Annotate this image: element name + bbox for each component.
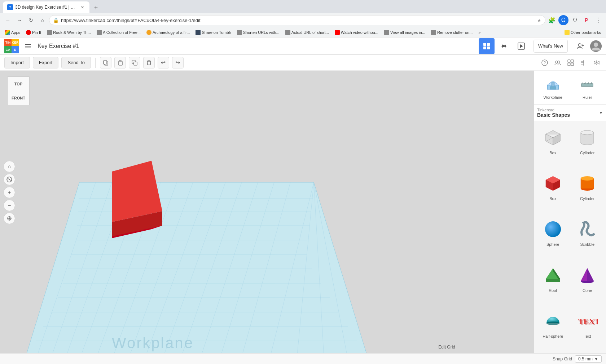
undo-button[interactable]: ↩ (158, 57, 169, 68)
import-button[interactable]: Import (4, 57, 30, 68)
dropdown-arrow-icon[interactable]: ▼ (599, 110, 603, 115)
tab-close-button[interactable]: ✕ (79, 4, 85, 10)
shape-roof[interactable]: Roof (537, 262, 569, 305)
new-tab-button[interactable]: + (91, 3, 101, 13)
tc-logo[interactable]: TIN KER CA D (4, 39, 19, 53)
actual-icon (285, 30, 290, 35)
browser-menu-button[interactable]: ⋮ (593, 15, 603, 25)
refresh-button[interactable]: ↻ (26, 15, 36, 25)
halfsphere-thumb (541, 310, 565, 333)
archaeology-icon (146, 30, 152, 35)
back-button[interactable]: ← (3, 15, 13, 25)
bookmark-rook[interactable]: Rook & Wren by Th... (45, 29, 93, 36)
zoom-out-button[interactable]: − (4, 200, 15, 211)
redo-button[interactable]: ↪ (172, 57, 184, 68)
svg-text:TEXT: TEXT (579, 318, 598, 327)
community-button[interactable] (553, 58, 563, 68)
tab-favicon: T (7, 4, 13, 10)
help-button[interactable]: ? (540, 58, 550, 68)
bookmark-clutter[interactable]: Remove clutter on... (429, 29, 475, 36)
svg-rect-27 (568, 63, 570, 66)
codeblocks-button[interactable] (496, 38, 512, 54)
user-avatar[interactable] (590, 40, 602, 52)
send-to-button[interactable]: Send To (61, 57, 91, 68)
mirror-button[interactable] (592, 58, 602, 68)
shape-text3d[interactable]: TEXT TEXT Text (572, 307, 603, 350)
box-solid-thumb (541, 172, 565, 195)
bookmark-tumblr[interactable]: Share on Tumblr (193, 29, 233, 36)
add-user-button[interactable] (572, 38, 588, 54)
nav-icons: 🧩 G 🛡 P ⋮ (547, 15, 603, 25)
view-cube-front[interactable]: FRONT (7, 91, 30, 105)
active-tab[interactable]: T 3D design Key Exercise #1 | Tink... ✕ (3, 1, 89, 13)
workplane-button[interactable]: Workplane (537, 74, 569, 102)
grid-view-button[interactable] (479, 38, 495, 54)
shape-box-solid[interactable]: Box (537, 170, 569, 213)
whats-new-button[interactable]: What's New (533, 40, 568, 53)
shapes-grid: Box Cylinder (534, 121, 606, 353)
bookmark-shorten[interactable]: Shorten URLs with... (235, 29, 282, 36)
svg-point-121 (546, 321, 559, 325)
export-button[interactable]: Export (33, 57, 59, 68)
bookmark-watch[interactable]: Watch video withou... (333, 29, 381, 36)
svg-point-15 (594, 43, 598, 47)
ruler-button[interactable]: Ruler (572, 74, 603, 102)
images-icon (384, 30, 389, 35)
tc-viewport[interactable]: Workplane TOP FRONT ⌂ + − (0, 71, 534, 353)
kaspersky-icon[interactable]: 🛡 (570, 15, 580, 25)
sphere-thumb (541, 218, 565, 241)
cylinder-wire-thumb (576, 126, 599, 149)
bookmark-actual[interactable]: Actual URL of short... (283, 29, 331, 36)
bookmarks-more-button[interactable]: » (476, 30, 483, 35)
simulate-button[interactable] (513, 38, 529, 54)
project-name[interactable]: Key Exercise #1 (38, 43, 474, 49)
tc-menu-button[interactable] (23, 41, 33, 51)
zoom-in-button[interactable]: + (4, 187, 15, 198)
svg-point-103 (581, 130, 594, 135)
view-cube-top[interactable]: TOP (7, 76, 30, 91)
home-button[interactable]: ⌂ (38, 15, 48, 25)
svg-rect-84 (581, 84, 593, 86)
snap-grid-selector[interactable]: 0.5 mm ▼ (575, 355, 602, 363)
logo-tr: KER (12, 39, 19, 46)
profile-button[interactable]: G (558, 15, 568, 25)
shape-sphere[interactable]: Sphere (537, 216, 569, 258)
svg-rect-2 (25, 48, 31, 48)
shapes-source: Tinkercad (537, 108, 570, 112)
extensions-button[interactable]: 🧩 (547, 15, 557, 25)
bookmark-archaeology[interactable]: Archaeology of a fir... (144, 29, 192, 36)
fit-view-button[interactable] (4, 213, 15, 224)
nav-bar: ← → ↻ ⌂ 🔒 https://www.tinkercad.com/thin… (0, 13, 606, 27)
box-solid-label: Box (549, 196, 556, 201)
address-bar[interactable]: 🔒 https://www.tinkercad.com/things/6tYFA… (49, 15, 545, 25)
copy-button[interactable] (100, 57, 111, 68)
forward-button[interactable]: → (14, 15, 25, 25)
align-button[interactable] (579, 58, 589, 68)
shape-cone[interactable]: Cone (572, 262, 603, 305)
view-cube[interactable]: TOP FRONT (7, 76, 30, 105)
svg-rect-25 (568, 60, 570, 62)
bookmark-images[interactable]: View all images in... (382, 29, 427, 36)
orbit-button[interactable] (4, 174, 15, 185)
shape-scribble[interactable]: Scribble (572, 216, 603, 258)
bookmark-apps[interactable]: Apps (3, 29, 22, 36)
home-view-button[interactable]: ⌂ (4, 161, 15, 172)
halfsphere-label: Half-sphere (543, 334, 563, 338)
edit-grid-button[interactable]: Edit Grid (435, 344, 458, 350)
pinterest-icon[interactable]: P (581, 15, 592, 25)
workplane-svg: Workplane (0, 71, 534, 353)
bookmark-other[interactable]: Other bookmarks (562, 29, 603, 36)
delete-button[interactable] (143, 57, 155, 68)
bookmark-collection[interactable]: A Collection of Free... (95, 29, 143, 36)
group-button[interactable] (566, 58, 576, 68)
shape-halfsphere[interactable]: Half-sphere (537, 307, 569, 350)
shape-cylinder-wire[interactable]: Cylinder (572, 124, 603, 167)
bookmark-pinit[interactable]: Pin It (24, 29, 43, 36)
duplicate-button[interactable] (129, 57, 140, 68)
scribble-label: Scribble (580, 242, 594, 247)
box-wire-label: Box (549, 151, 556, 155)
browser-frame: T 3D design Key Exercise #1 | Tink... ✕ … (0, 0, 606, 364)
paste-button[interactable] (114, 57, 126, 68)
shape-cylinder-solid[interactable]: Cylinder (572, 170, 603, 213)
shape-box-wire[interactable]: Box (537, 124, 569, 167)
